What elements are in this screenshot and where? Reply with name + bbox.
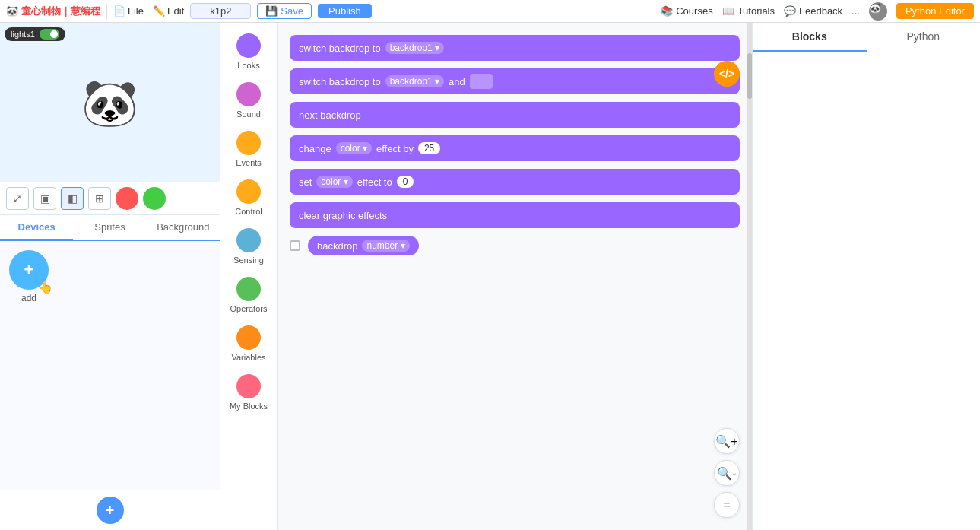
add-device-container: + 👆 add [9, 250, 49, 303]
block-set: set [299, 176, 312, 188]
variables-label: Variables [231, 353, 265, 362]
backdrop-number-checkbox[interactable] [290, 240, 300, 251]
tab-background[interactable]: Background [147, 215, 220, 241]
topbar-right: 📚 Courses 📖 Tutorials 💬 Feedback ... 🐼 P… [661, 2, 974, 21]
save-button[interactable]: 💾 Save [257, 3, 312, 19]
block-change: change [299, 143, 331, 154]
sensing-label: Sensing [233, 255, 264, 265]
add-bottom-button[interactable]: + [97, 497, 124, 524]
block-effect-by: effect by [376, 143, 414, 154]
left-tabs: Devices Sprites Background [0, 215, 220, 241]
project-name[interactable]: k1p2 [190, 3, 251, 19]
category-looks[interactable]: Looks [236, 29, 261, 75]
left-panel: lights1 🐼 ⤢ ▣ ◧ ⊞ Devices Sprites Backgr… [0, 23, 220, 530]
block-effect-to: effect to [357, 176, 392, 188]
menu: 📄 File ✏️ Edit [113, 5, 184, 17]
sound-label: Sound [236, 109, 261, 119]
events-circle [236, 131, 261, 155]
code-area: switch backdrop to backdrop1 ▾ switch ba… [278, 23, 752, 530]
block-clear-graphic-effects[interactable]: clear graphic effects [290, 202, 740, 228]
zoom-in-btn[interactable]: 🔍+ [714, 428, 740, 454]
devices-area: + 👆 add [0, 241, 220, 490]
feedback-icon: 💬 [784, 5, 796, 17]
block-set-color-effect[interactable]: set color ▾ effect to 0 [290, 169, 740, 195]
effect-value[interactable]: 25 [418, 142, 440, 154]
scrollbar-thumb[interactable] [747, 53, 752, 99]
split-view-btn[interactable]: ◧ [61, 187, 84, 210]
block-switch-backdrop1[interactable]: switch backdrop to backdrop1 ▾ [290, 35, 740, 61]
right-tabs: Blocks Python [753, 23, 980, 52]
set-effect-type-dropdown[interactable]: color ▾ [316, 176, 352, 188]
category-control[interactable]: Control [235, 175, 262, 221]
tab-sprites[interactable]: Sprites [73, 215, 146, 241]
edit-menu[interactable]: ✏️ Edit [153, 5, 184, 17]
stage-area: lights1 🐼 [0, 23, 220, 182]
block-change-color-effect[interactable]: change color ▾ effect by 25 [290, 135, 740, 161]
code-editor-icon: </> [719, 68, 734, 80]
tutorials-link[interactable]: 📖 Tutorials [722, 5, 775, 17]
block-switch-backdrop2[interactable]: switch backdrop to backdrop1 ▾ and [290, 68, 740, 94]
events-label: Events [236, 158, 262, 167]
block-backdrop-number[interactable]: backdrop number ▾ [308, 236, 419, 255]
variables-circle [236, 325, 261, 350]
category-events[interactable]: Events [236, 126, 262, 172]
tab-python[interactable]: Python [867, 23, 981, 52]
feedback-link[interactable]: 💬 Feedback [784, 5, 842, 17]
category-my-blocks[interactable]: My Blocks [230, 370, 268, 415]
tab-blocks[interactable]: Blocks [753, 23, 867, 52]
lights-label: lights1 [11, 30, 35, 39]
publish-button[interactable]: Publish [318, 4, 372, 18]
run-btn[interactable] [143, 187, 166, 210]
normal-view-btn[interactable]: ▣ [33, 187, 56, 210]
blocks-panel: Looks Sound Events Control Sensing Opera… [220, 23, 278, 530]
looks-label: Looks [237, 61, 259, 70]
bottom-toolbar: + [0, 490, 220, 530]
my-blocks-label: My Blocks [230, 401, 268, 411]
backdrop-dropdown2[interactable]: backdrop1 ▾ [385, 75, 444, 87]
code-blocks: switch backdrop to backdrop1 ▾ switch ba… [278, 23, 752, 268]
divider1 [106, 4, 107, 19]
cursor-icon: 👆 [38, 280, 53, 294]
main-layout: lights1 🐼 ⤢ ▣ ◧ ⊞ Devices Sprites Backgr… [0, 23, 980, 530]
stage-lights[interactable]: lights1 [5, 27, 65, 41]
user-avatar[interactable]: 🐼 [869, 2, 887, 21]
file-menu[interactable]: 📄 File [113, 5, 144, 17]
stop-btn[interactable] [116, 187, 138, 210]
right-panel: Blocks Python [752, 23, 980, 530]
category-sensing[interactable]: Sensing [233, 224, 264, 269]
grid-view-btn[interactable]: ⊞ [88, 187, 111, 210]
category-variables[interactable]: Variables [231, 321, 265, 367]
block-next-backdrop[interactable]: next backdrop [290, 102, 740, 128]
backdrop-dropdown1[interactable]: backdrop1 ▾ [385, 42, 444, 54]
lights-toggle[interactable] [40, 29, 59, 40]
block-and: and [449, 76, 465, 87]
right-content [753, 52, 980, 530]
zoom-fit-btn[interactable]: = [714, 492, 740, 518]
more-button[interactable]: ... [852, 5, 860, 17]
save-icon: 💾 [265, 5, 278, 17]
backdrop-number-dropdown[interactable]: number ▾ [362, 240, 409, 252]
backdrop-text: backdrop [317, 240, 357, 252]
add-label: add [21, 293, 36, 303]
python-editor-button[interactable]: Python Editor [896, 3, 974, 19]
control-circle [236, 179, 261, 204]
zoom-controls: 🔍+ 🔍- = [714, 428, 740, 518]
topbar: 🐼 童心制物｜慧编程 📄 File ✏️ Edit k1p2 💾 Save Pu… [0, 0, 980, 23]
category-operators[interactable]: Operators [230, 272, 268, 318]
courses-link[interactable]: 📚 Courses [661, 5, 712, 17]
code-editor-toggle[interactable]: </> [714, 61, 740, 87]
fullscreen-btn[interactable]: ⤢ [6, 187, 29, 210]
add-device-button[interactable]: + 👆 [9, 250, 49, 290]
operators-label: Operators [230, 304, 268, 313]
operators-circle [236, 277, 261, 301]
effect-type-dropdown[interactable]: color ▾ [336, 142, 372, 154]
set-effect-value[interactable]: 0 [397, 176, 414, 188]
block-text: switch backdrop to [299, 43, 381, 54]
plus-icon: + [24, 260, 34, 280]
control-label: Control [235, 207, 262, 216]
zoom-out-btn[interactable]: 🔍- [714, 460, 740, 486]
tutorials-icon: 📖 [722, 5, 734, 17]
edit-icon: ✏️ [153, 5, 165, 17]
tab-devices[interactable]: Devices [0, 215, 73, 241]
category-sound[interactable]: Sound [236, 78, 261, 123]
